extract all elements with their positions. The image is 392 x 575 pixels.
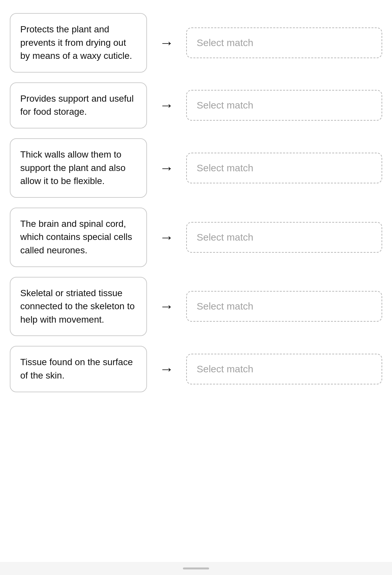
prompt-box-2: Provides support and useful for food sto… xyxy=(10,82,147,128)
arrow-icon-1: → xyxy=(159,36,174,50)
select-box-3[interactable]: Select match xyxy=(186,153,382,183)
prompt-box-4: The brain and spinal cord, which contain… xyxy=(10,208,147,267)
prompt-box-3: Thick walls allow them to support the pl… xyxy=(10,138,147,198)
match-row-2: Provides support and useful for food sto… xyxy=(10,82,382,128)
prompt-box-1: Protects the plant and prevents it from … xyxy=(10,13,147,73)
select-box-label-6: Select match xyxy=(197,364,253,375)
match-row-4: The brain and spinal cord, which contain… xyxy=(10,208,382,267)
match-row-1: Protects the plant and prevents it from … xyxy=(10,13,382,73)
select-box-2[interactable]: Select match xyxy=(186,90,382,121)
select-box-label-3: Select match xyxy=(197,162,253,174)
arrow-container-5: → xyxy=(154,299,180,313)
arrow-container-6: → xyxy=(154,362,180,376)
prompt-box-5: Skeletal or striated tissue connected to… xyxy=(10,277,147,336)
select-box-5[interactable]: Select match xyxy=(186,291,382,322)
arrow-container-2: → xyxy=(154,98,180,112)
match-row-6: Tissue found on the surface of the skin.… xyxy=(10,346,382,392)
match-row-5: Skeletal or striated tissue connected to… xyxy=(10,277,382,336)
match-row-3: Thick walls allow them to support the pl… xyxy=(10,138,382,198)
prompt-box-6: Tissue found on the surface of the skin. xyxy=(10,346,147,392)
arrow-icon-6: → xyxy=(159,362,174,376)
arrow-container-3: → xyxy=(154,161,180,175)
arrow-icon-2: → xyxy=(159,98,174,112)
arrow-icon-5: → xyxy=(159,299,174,313)
matching-exercise: Protects the plant and prevents it from … xyxy=(10,13,382,392)
bottom-bar xyxy=(0,562,392,575)
select-box-1[interactable]: Select match xyxy=(186,27,382,58)
select-box-label-5: Select match xyxy=(197,301,253,312)
select-box-label-2: Select match xyxy=(197,100,253,111)
arrow-icon-4: → xyxy=(159,230,174,245)
select-box-6[interactable]: Select match xyxy=(186,354,382,384)
bottom-handle xyxy=(183,567,209,569)
select-box-4[interactable]: Select match xyxy=(186,222,382,253)
select-box-label-1: Select match xyxy=(197,37,253,48)
arrow-container-1: → xyxy=(154,36,180,50)
arrow-container-4: → xyxy=(154,230,180,245)
arrow-icon-3: → xyxy=(159,161,174,175)
select-box-label-4: Select match xyxy=(197,232,253,243)
